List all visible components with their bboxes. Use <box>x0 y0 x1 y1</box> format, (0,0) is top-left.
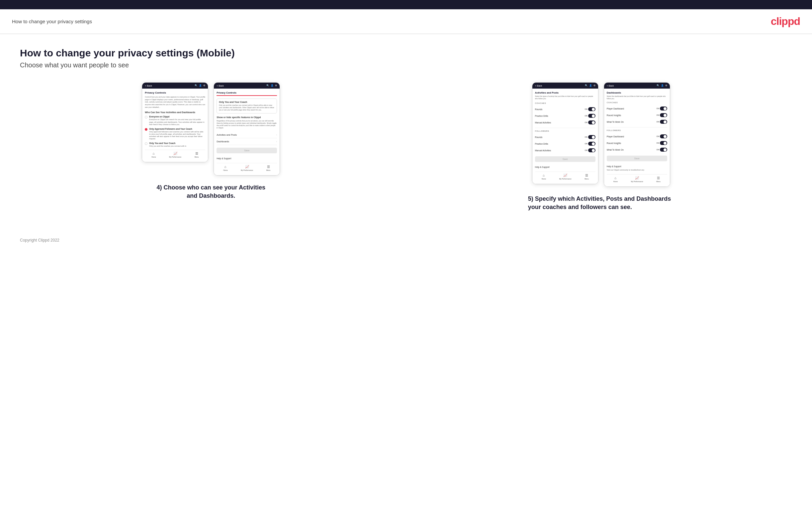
phone3-topbar: < Back 🔍 👤 ⚙ <box>532 82 598 89</box>
phone2-dashboards-label: Dashboards <box>216 140 229 143</box>
phone4-nav-menu[interactable]: ☰ Menu <box>656 176 661 182</box>
phone1-desc: Control how you and your data appears to… <box>145 96 205 109</box>
phone3-manual-coaches: Manual Activities ON <box>535 119 596 126</box>
menu-icon-4: ☰ <box>657 176 660 180</box>
search-icon[interactable]: 🔍 <box>195 84 198 87</box>
phone4-round-insights-coaches-toggle[interactable] <box>660 113 667 117</box>
phone3-rounds-followers-toggle[interactable] <box>588 135 596 139</box>
performance-icon-3: 📈 <box>563 174 567 177</box>
phone2-show-hide-title: Show or hide specific features in Clippd <box>216 116 277 118</box>
phone4-player-dashboard-followers-wrap: ON <box>657 134 667 138</box>
phone4-player-dashboard-followers-toggle[interactable] <box>660 134 667 138</box>
phone4-what-to-work-coaches-toggle[interactable] <box>660 120 667 124</box>
phone4-round-insights-coaches: Round Insights ON <box>607 112 667 118</box>
phone4-nav-performance[interactable]: 📈 My Performance <box>631 176 643 182</box>
nav-performance-label-4: My Performance <box>631 180 643 182</box>
search-icon-2[interactable]: 🔍 <box>266 84 269 87</box>
phone3-back[interactable]: < Back <box>535 84 542 87</box>
phone3-practice-followers-toggle[interactable] <box>588 142 596 146</box>
phone3-body: Activities and Posts Select the types of… <box>532 89 598 184</box>
phone3-manual-coaches-toggle[interactable] <box>588 120 596 124</box>
phone4-what-to-work-followers-toggle[interactable] <box>660 148 667 152</box>
phone2-tab-label[interactable]: Privacy Controls <box>216 91 237 94</box>
search-icon-4[interactable]: 🔍 <box>657 84 660 87</box>
phone3-rounds-coaches-toggle-wrap: ON <box>585 107 596 111</box>
phone3-on-1: ON <box>585 108 588 110</box>
phone2-dashboards-row[interactable]: Dashboards › <box>216 138 277 145</box>
phone4-section-title: Dashboards <box>607 91 667 94</box>
phone4-player-dashboard-coaches-wrap: ON <box>657 107 667 111</box>
settings-icon-4[interactable]: ⚙ <box>665 84 667 87</box>
phone2-nav-performance[interactable]: 📈 My Performance <box>241 165 253 171</box>
nav-home-label-4: Home <box>613 180 618 182</box>
radio-only-you[interactable] <box>145 143 147 145</box>
phone2-save-btn[interactable]: Save <box>216 148 277 153</box>
phone4-save-btn[interactable]: Save <box>607 156 667 161</box>
search-icon-3[interactable]: 🔍 <box>585 84 588 87</box>
phone1-option3[interactable]: Only You and Your Coach Only you and the… <box>145 142 205 147</box>
main-content: How to change your privacy settings (Mob… <box>0 34 812 231</box>
phone4-on-6: ON <box>657 149 659 151</box>
phone4-section-desc: Select the dashboards that you'd like to… <box>607 95 667 100</box>
phone3-rounds-followers-label: Rounds <box>535 136 542 138</box>
phone4-help-support: Help & Support <box>607 164 667 169</box>
phone4-topbar: < Back 🔍 👤 ⚙ <box>604 82 670 89</box>
phone3-manual-followers: Manual Activities ON <box>535 147 596 154</box>
settings-icon-3[interactable]: ⚙ <box>594 84 596 87</box>
people-icon-2[interactable]: 👤 <box>271 84 274 87</box>
menu-icon-2: ☰ <box>267 165 270 169</box>
phone1-nav-home[interactable]: ⌂ Home <box>151 152 156 158</box>
phone2-back[interactable]: < Back <box>216 84 224 87</box>
phone3-on-4: ON <box>585 136 588 138</box>
phone4-round-insights-followers: Round Insights ON <box>607 140 667 146</box>
phone4-player-dashboard-coaches: Player Dashboard ON <box>607 105 667 112</box>
phone2-body: Privacy Controls Only You and Your Coach… <box>214 89 280 175</box>
radio-everyone[interactable] <box>145 116 147 118</box>
phone2-icons: 🔍 👤 ⚙ <box>266 84 277 87</box>
settings-icon[interactable]: ⚙ <box>203 84 205 87</box>
performance-icon: 📈 <box>173 152 177 155</box>
phone2-activities-posts-row[interactable]: Activities and Posts › <box>216 132 277 138</box>
phone1-icons: 🔍 👤 ⚙ <box>195 84 205 87</box>
phone1-option1[interactable]: Everyone on Clippd Everyone on Clippd ca… <box>145 115 205 125</box>
phone3-rounds-coaches-toggle[interactable] <box>588 107 596 111</box>
phone2-topbar: < Back 🔍 👤 ⚙ <box>214 82 280 89</box>
performance-icon-4: 📈 <box>635 176 639 180</box>
phone2-activities-posts-label: Activities and Posts <box>216 134 237 136</box>
nav-performance-label-2: My Performance <box>241 169 253 171</box>
phone1-back[interactable]: < Back <box>145 84 152 87</box>
phone-mockup-3: < Back 🔍 👤 ⚙ Activities and Posts Select… <box>532 82 599 184</box>
phone3-nav-performance[interactable]: 📈 My Performance <box>559 174 571 180</box>
phone3-save-btn[interactable]: Save <box>535 156 596 162</box>
people-icon-3[interactable]: 👤 <box>589 84 592 87</box>
phone1-nav-performance[interactable]: 📈 My Performance <box>169 152 181 158</box>
people-icon-4[interactable]: 👤 <box>661 84 664 87</box>
screenshot-pair-1: < Back 🔍 👤 ⚙ Privacy Controls Control ho… <box>142 82 280 175</box>
phone1-option2[interactable]: Only Approved Followers and Your Coach O… <box>145 128 205 140</box>
people-icon[interactable]: 👤 <box>199 84 202 87</box>
phone3-manual-followers-label: Manual Activities <box>535 149 551 152</box>
phone4-back[interactable]: < Back <box>607 84 614 87</box>
phone4-round-insights-followers-toggle[interactable] <box>660 141 667 145</box>
chevron-right-icon-2: › <box>276 140 277 143</box>
nav-menu-label: Menu <box>195 156 199 158</box>
phone1-nav-menu[interactable]: ☰ Menu <box>195 152 199 158</box>
phone3-manual-followers-toggle[interactable] <box>588 148 596 152</box>
phone3-rounds-coaches-label: Rounds <box>535 108 542 111</box>
phone3-practice-coaches-toggle[interactable] <box>588 114 596 118</box>
phone4-nav-home[interactable]: ⌂ Home <box>613 176 618 182</box>
phone3-practice-followers: Practice Drills ON <box>535 140 596 147</box>
phone1-option1-text: Everyone on Clippd Everyone on Clippd ca… <box>149 115 205 125</box>
screenshot-pair-2: < Back 🔍 👤 ⚙ Activities and Posts Select… <box>532 82 670 187</box>
phone4-what-to-work-coaches-label: What To Work On <box>607 121 624 123</box>
phone3-nav-home[interactable]: ⌂ Home <box>542 174 546 180</box>
phone2-nav-menu[interactable]: ☰ Menu <box>266 165 271 171</box>
phone2-nav-home[interactable]: ⌂ Home <box>223 165 227 171</box>
phone2-tab-header: Privacy Controls <box>216 91 277 96</box>
settings-icon-2[interactable]: ⚙ <box>275 84 277 87</box>
phone3-bottom-nav: ⌂ Home 📈 My Performance ☰ Menu <box>535 172 596 181</box>
phone3-manual-coaches-label: Manual Activities <box>535 121 551 124</box>
phone3-nav-menu[interactable]: ☰ Menu <box>585 174 589 180</box>
phone4-player-dashboard-coaches-toggle[interactable] <box>660 107 667 111</box>
radio-approved[interactable] <box>145 128 147 131</box>
